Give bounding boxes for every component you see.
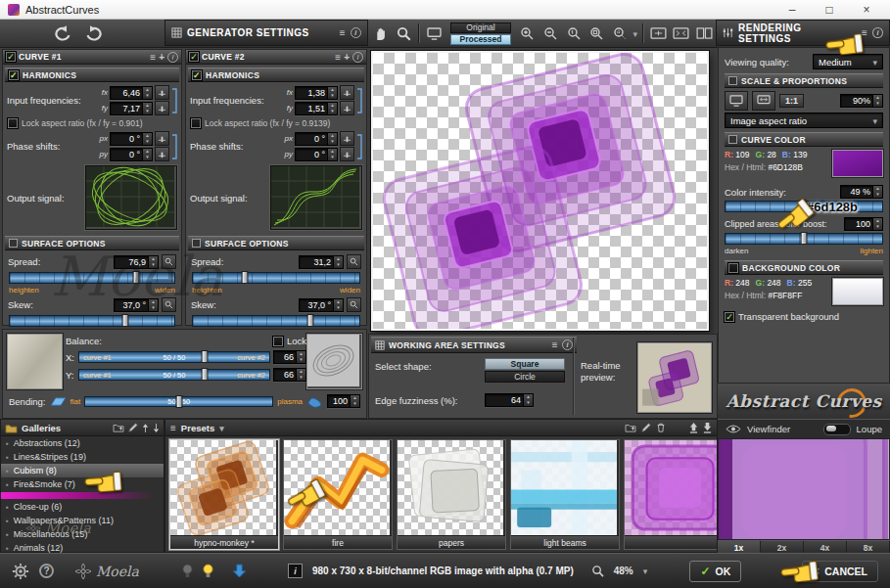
gallery-item[interactable]: Fire&Smoke (7) <box>1 477 164 491</box>
spread-spinner[interactable]: 76,9 <box>114 255 159 269</box>
scale-spinner[interactable]: 90% <box>840 94 883 108</box>
shape-square-button[interactable]: Square <box>485 358 565 370</box>
zoom-tool-icon[interactable] <box>394 23 414 44</box>
fy-spinner[interactable]: 7,17 <box>110 102 153 115</box>
fx-spinner[interactable]: 1,38 <box>295 86 338 100</box>
skew-spinner[interactable]: 37,0 ° <box>114 298 159 312</box>
fy-slider-popup-icon[interactable] <box>340 101 354 115</box>
import-presets-icon[interactable] <box>689 423 698 433</box>
fullscreen-icon[interactable] <box>672 23 692 44</box>
curve2-enable-checkbox[interactable] <box>189 52 199 62</box>
shape-circle-button[interactable]: Circle <box>485 371 565 383</box>
fx-slider-popup-icon[interactable] <box>155 85 169 100</box>
background-color-checkbox[interactable] <box>728 263 738 273</box>
boost-handle[interactable] <box>801 232 808 245</box>
balance-x-slider[interactable]: curve #1 50 / 50 curve #2 <box>78 351 270 363</box>
balance-y-spinner[interactable]: 66 <box>273 368 306 382</box>
collapse-icon[interactable] <box>9 239 18 248</box>
spread-zoom-icon[interactable] <box>347 254 361 269</box>
py-slider-popup-icon[interactable] <box>155 147 169 161</box>
output-signal-graph[interactable] <box>85 165 177 230</box>
fy-spinner[interactable]: 1,51 <box>295 102 338 115</box>
preset-thumb-papers[interactable]: papers <box>397 439 506 550</box>
bending-spinner[interactable]: 100 <box>327 394 360 408</box>
px-slider-popup-icon[interactable] <box>155 131 169 146</box>
bulb-on-icon[interactable] <box>203 564 213 578</box>
texture-thumbnail[interactable] <box>7 334 63 389</box>
original-tab[interactable]: Original <box>450 23 511 33</box>
curve1-enable-checkbox[interactable] <box>6 52 16 62</box>
zoom-caret-icon[interactable] <box>643 565 648 576</box>
zoom-selection-icon[interactable] <box>610 23 631 44</box>
py-slider-popup-icon[interactable] <box>340 147 354 161</box>
minimize-button[interactable]: – <box>776 3 808 17</box>
processed-tab[interactable]: Processed <box>450 34 511 45</box>
frequency-link-icon[interactable] <box>171 87 177 114</box>
menu-icon[interactable] <box>150 52 156 63</box>
skew-slider[interactable] <box>9 315 175 327</box>
spread-slider[interactable] <box>9 272 175 284</box>
bulb-off-icon[interactable] <box>182 564 193 578</box>
skew-slider-handle[interactable] <box>122 314 129 327</box>
balance-y-slider[interactable]: curve #1 50 / 50 curve #2 <box>78 369 270 381</box>
balance-lock-checkbox[interactable] <box>273 337 283 346</box>
collapse-icon[interactable] <box>728 135 737 144</box>
bending-slider[interactable]: 50 / 50 <box>84 396 273 407</box>
add-icon[interactable] <box>159 52 164 63</box>
info-icon[interactable] <box>872 27 883 38</box>
close-button[interactable]: × <box>851 3 882 17</box>
color-intensity-handle[interactable] <box>799 200 806 212</box>
edit-preset-icon[interactable] <box>641 423 651 432</box>
preset-thumb-light-beams[interactable]: light beams <box>510 439 620 550</box>
py-spinner[interactable]: 0 ° <box>295 148 338 161</box>
spread-spinner[interactable]: 31,2 <box>299 255 344 269</box>
fy-slider-popup-icon[interactable] <box>155 101 169 115</box>
gallery-item-cubism[interactable]: Cubism (8) <box>1 464 164 477</box>
info-icon[interactable] <box>351 27 361 38</box>
spread-slider-handle[interactable] <box>242 271 249 284</box>
sort-up-icon[interactable] <box>142 424 149 432</box>
balance-x-handle[interactable] <box>202 350 209 363</box>
phase-link-icon[interactable] <box>171 133 177 160</box>
download-icon[interactable] <box>233 564 246 578</box>
skew-zoom-icon[interactable] <box>347 297 361 312</box>
new-preset-icon[interactable] <box>625 423 636 432</box>
menu-icon[interactable] <box>862 27 867 38</box>
info-icon[interactable] <box>167 52 178 63</box>
help-icon[interactable] <box>39 564 54 578</box>
balance-y-handle[interactable] <box>202 368 209 381</box>
preset-thumb-fire[interactable]: fire <box>283 439 393 550</box>
menu-icon[interactable] <box>340 27 346 38</box>
screen-preview-icon[interactable] <box>424 23 445 44</box>
ok-button[interactable]: OK <box>689 561 741 582</box>
zoom-level-value[interactable]: 48% <box>614 565 633 576</box>
maximize-button[interactable]: □ <box>814 3 845 17</box>
skew-spinner[interactable]: 37,0 ° <box>299 298 344 312</box>
aspect-ratio-dropdown[interactable]: Image aspect ratio <box>725 113 883 128</box>
chevron-down-icon[interactable] <box>219 423 224 433</box>
lock-aspect-checkbox[interactable] <box>8 118 18 128</box>
info-icon[interactable] <box>562 339 573 350</box>
sort-down-icon[interactable] <box>153 424 160 432</box>
preset-thumb-partial[interactable] <box>624 439 718 550</box>
menu-icon[interactable] <box>170 423 176 433</box>
fit-window-icon[interactable] <box>648 23 669 44</box>
zoom-actual-icon[interactable] <box>563 23 584 44</box>
viewing-quality-dropdown[interactable]: Medium <box>813 54 883 69</box>
collapse-icon[interactable] <box>192 239 201 248</box>
loupe-view[interactable] <box>718 438 890 540</box>
spread-slider[interactable] <box>192 272 360 284</box>
gallery-item[interactable]: Abstractions (12) <box>1 436 164 450</box>
export-presets-icon[interactable] <box>703 423 712 433</box>
new-gallery-icon[interactable] <box>113 423 124 432</box>
info-icon[interactable] <box>352 52 363 63</box>
px-spinner[interactable]: 0 ° <box>110 132 153 146</box>
fx-slider-popup-icon[interactable] <box>340 85 354 100</box>
output-signal-graph[interactable] <box>270 165 362 230</box>
color-intensity-spinner[interactable]: 49 % <box>840 185 883 199</box>
zoom-fit-icon[interactable] <box>586 23 607 44</box>
harmonics-checkbox[interactable] <box>192 70 202 80</box>
actual-size-button[interactable]: 1:1 <box>779 94 804 108</box>
phase-link-icon[interactable] <box>356 133 362 160</box>
zoom-level-icon[interactable] <box>591 565 604 577</box>
